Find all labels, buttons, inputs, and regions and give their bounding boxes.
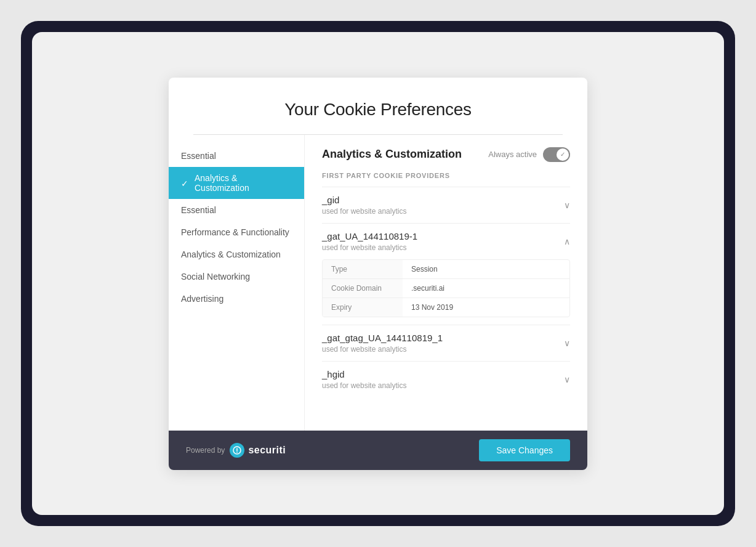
cookie-item-gid: _gid used for website analytics ∨	[322, 187, 570, 223]
toggle-check-icon: ✓	[560, 151, 565, 158]
cookie-item-header-hgid[interactable]: _hgid used for website analytics ∨	[322, 369, 570, 390]
cookie-preferences-modal: Your Cookie Preferences Essential ✓ Anal…	[169, 78, 587, 470]
sidebar-item-analytics-active[interactable]: ✓ Analytics & Customization	[169, 167, 304, 199]
sidebar-item-essential-top[interactable]: Essential	[169, 145, 304, 167]
detail-row-domain: Cookie Domain .securiti.ai	[323, 279, 569, 298]
modal-footer: Powered by securiti Save Changes	[169, 431, 587, 470]
cookie-item-header-gid[interactable]: _gid used for website analytics ∨	[322, 195, 570, 216]
cookie-name-gat-ua: _gat_UA_144110819-1	[322, 231, 417, 241]
powered-by-label: Powered by	[186, 446, 225, 455]
device-screen: Your Cookie Preferences Essential ✓ Anal…	[32, 32, 724, 515]
cookie-info-gat-ua: _gat_UA_144110819-1 used for website ana…	[322, 231, 417, 252]
sidebar-item-label: Essential	[181, 205, 216, 215]
cookie-name-gid: _gid	[322, 195, 406, 205]
sidebar: Essential ✓ Analytics & Customization Es…	[169, 135, 304, 431]
cookie-item-header-gat-ua[interactable]: _gat_UA_144110819-1 used for website ana…	[322, 231, 570, 252]
detail-value-domain: .securiti.ai	[403, 279, 453, 298]
cookie-desc-gat-gtag: used for website analytics	[322, 345, 443, 354]
cookie-name-gat-gtag: _gat_gtag_UA_144110819_1	[322, 333, 443, 343]
always-active-label: Always active	[488, 150, 537, 159]
cookie-item-hgid: _hgid used for website analytics ∨	[322, 361, 570, 397]
sidebar-item-label: Essential	[181, 151, 216, 161]
sidebar-item-label: Performance & Functionality	[181, 227, 289, 237]
content-area: Analytics & Customization Always active …	[304, 135, 587, 431]
always-active-area: Always active ✓	[488, 147, 570, 162]
cookie-item-header-gat-gtag[interactable]: _gat_gtag_UA_144110819_1 used for websit…	[322, 333, 570, 354]
device-frame: Your Cookie Preferences Essential ✓ Anal…	[21, 21, 735, 526]
detail-value-expiry: 13 Nov 2019	[403, 298, 462, 317]
securiti-icon	[230, 443, 244, 458]
sidebar-item-performance[interactable]: Performance & Functionality	[169, 221, 304, 243]
sidebar-item-essential[interactable]: Essential	[169, 199, 304, 221]
chevron-up-icon-gat-ua: ∧	[564, 237, 570, 246]
securiti-logo: securiti	[230, 443, 286, 458]
cookie-desc-hgid: used for website analytics	[322, 381, 406, 390]
cookie-info-gid: _gid used for website analytics	[322, 195, 406, 216]
cookie-item-gat-ua: _gat_UA_144110819-1 used for website ana…	[322, 223, 570, 325]
securiti-brand-name: securiti	[248, 445, 286, 456]
sidebar-item-advertising[interactable]: Advertising	[169, 288, 304, 310]
detail-row-type: Type Session	[323, 260, 569, 279]
cookie-details-gat-ua: Type Session Cookie Domain .securiti.ai …	[322, 259, 570, 317]
cookie-info-hgid: _hgid used for website analytics	[322, 369, 406, 390]
sidebar-item-label: Analytics & Customization	[195, 173, 292, 193]
detail-label-type: Type	[323, 260, 403, 278]
sidebar-item-label: Advertising	[181, 294, 223, 304]
detail-row-expiry: Expiry 13 Nov 2019	[323, 298, 569, 317]
toggle-knob: ✓	[557, 148, 569, 161]
chevron-down-icon-gid: ∨	[564, 200, 570, 210]
detail-value-type: Session	[403, 260, 446, 278]
sidebar-item-label: Social Networking	[181, 272, 250, 282]
always-active-toggle[interactable]: ✓	[543, 147, 570, 162]
modal-title: Your Cookie Preferences	[193, 100, 563, 120]
sidebar-item-label: Analytics & Customization	[181, 249, 281, 259]
cookie-name-hgid: _hgid	[322, 369, 406, 379]
chevron-down-icon-hgid: ∨	[564, 375, 570, 384]
detail-label-domain: Cookie Domain	[323, 279, 403, 298]
sidebar-item-social[interactable]: Social Networking	[169, 265, 304, 288]
cookie-desc-gid: used for website analytics	[322, 207, 406, 216]
save-changes-button[interactable]: Save Changes	[479, 439, 570, 461]
powered-by-area: Powered by securiti	[186, 443, 286, 458]
section-label: FIRST PARTY COOKIE PROVIDERS	[322, 172, 570, 179]
modal-body: Essential ✓ Analytics & Customization Es…	[169, 135, 587, 431]
cookie-info-gat-gtag: _gat_gtag_UA_144110819_1 used for websit…	[322, 333, 443, 354]
chevron-down-icon-gat-gtag: ∨	[564, 338, 570, 348]
cookie-item-gat-gtag: _gat_gtag_UA_144110819_1 used for websit…	[322, 325, 570, 361]
content-header: Analytics & Customization Always active …	[322, 147, 570, 162]
modal-header: Your Cookie Preferences	[169, 78, 587, 134]
content-title: Analytics & Customization	[322, 148, 462, 161]
detail-label-expiry: Expiry	[323, 298, 403, 317]
check-icon: ✓	[181, 179, 190, 187]
sidebar-item-analytics2[interactable]: Analytics & Customization	[169, 243, 304, 265]
cookie-desc-gat-ua: used for website analytics	[322, 243, 417, 252]
